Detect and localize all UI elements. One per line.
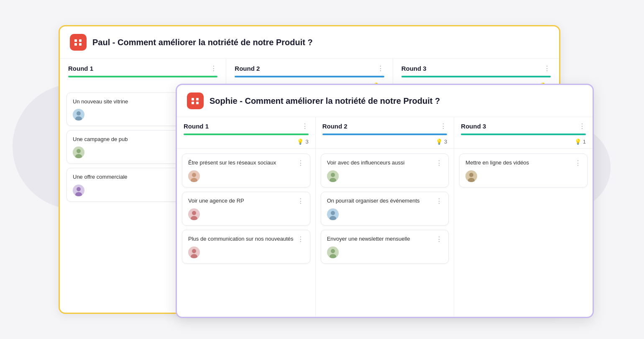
- sophie-round3-header-col: Round 3 💡 1: [454, 117, 593, 148]
- sophie-idea-r3-1-menu[interactable]: [575, 159, 581, 167]
- svg-point-22: [331, 211, 335, 215]
- sophie-idea-r1-1-avatar: [188, 170, 200, 182]
- sophie-idea-r1-3-avatar: [188, 247, 200, 258]
- svg-point-19: [331, 173, 335, 177]
- sophie-round1-stats: 💡 3: [184, 139, 309, 148]
- sophie-idea-r2-1-header: Voir avec des influenceurs aussi: [327, 159, 443, 167]
- paul-round2-menu[interactable]: [377, 64, 384, 72]
- sophie-idea-r2-1: Voir avec des influenceurs aussi: [321, 154, 449, 187]
- sophie-card-title: Sophie - Comment améliorer la notriété d…: [210, 96, 440, 106]
- sophie-idea-r1-2: Voir une agence de RP: [182, 192, 310, 226]
- sophie-round3-bulb: 💡: [575, 139, 581, 145]
- sophie-ideas-section: Être présent sur les réseaux sociaux: [177, 149, 593, 317]
- sophie-card-header: Sophie - Comment améliorer la notriété d…: [177, 85, 593, 117]
- sophie-idea-r2-2-header: On pourrait organiser des événements: [327, 197, 443, 205]
- svg-point-25: [331, 249, 335, 253]
- paul-idea-2-avatar: [73, 146, 84, 158]
- avatar-svg-r3-1: [465, 170, 477, 182]
- sophie-round3-progress: [461, 134, 586, 135]
- paul-round1-menu[interactable]: [210, 64, 217, 72]
- sophie-idea-r2-2-menu[interactable]: [436, 197, 442, 205]
- paul-card-header: Paul - Comment améliorer la notriété de …: [60, 26, 559, 59]
- sophie-app-icon: [187, 92, 204, 109]
- sophie-idea-r1-1-menu[interactable]: [297, 159, 304, 167]
- sophie-round3-header: Round 3: [461, 122, 586, 130]
- sophie-idea-r1-2-text: Voir une agence de RP: [188, 197, 294, 205]
- sophie-rounds-section: Round 1 💡 3 Round 2: [177, 117, 593, 149]
- sophie-round3-count: 1: [583, 139, 586, 145]
- sophie-card-inner: Sophie - Comment améliorer la notriété d…: [177, 85, 593, 317]
- dot4: [79, 43, 82, 46]
- paul-round3-header: Round 3: [393, 59, 559, 76]
- sophie-idea-r3-1-header: Mettre en ligne des vidéos: [465, 159, 581, 167]
- sophie-round3-ideas: Mettre en ligne des vidéos: [454, 149, 593, 317]
- paul-app-icon: [70, 34, 87, 51]
- sophie-idea-r2-1-menu[interactable]: [436, 159, 442, 167]
- sophie-app-icon-dots: [192, 98, 199, 104]
- sophie-round2-header-col: Round 2 💡 3: [316, 117, 455, 148]
- sophie-round3-label: Round 3: [461, 123, 486, 130]
- paul-round2-progress-row: [226, 76, 392, 77]
- page-background: Paul - Comment améliorer la notriété de …: [0, 0, 644, 339]
- sophie-round1-progress: [184, 134, 309, 135]
- sophie-round2-menu[interactable]: [440, 122, 447, 130]
- sophie-idea-r2-3-text: Envoyer une newsletter mensuelle: [327, 235, 433, 243]
- sophie-idea-r2-1-avatar: [327, 170, 339, 182]
- dot3: [74, 43, 77, 46]
- svg-point-13: [192, 211, 196, 215]
- sophie-idea-r2-1-text: Voir avec des influenceurs aussi: [327, 159, 433, 167]
- sophie-round1-label: Round 1: [184, 123, 209, 130]
- sophie-round2-label: Round 2: [322, 123, 348, 130]
- paul-round3-menu[interactable]: [544, 64, 551, 72]
- sophie-idea-r2-3-avatar: [327, 247, 339, 258]
- sophie-round1-header-col: Round 1 💡 3: [177, 117, 316, 148]
- paul-round1-progress: [68, 76, 217, 77]
- sophie-round1-bulb: 💡: [297, 139, 304, 145]
- sophie-idea-r2-3: Envoyer une newsletter mensuelle: [321, 230, 449, 264]
- paul-round3-progress-row: [393, 76, 559, 77]
- paul-round3-label: Round 3: [401, 65, 427, 72]
- sophie-idea-r2-2-text: On pourrait organiser des événements: [327, 197, 433, 205]
- avatar-svg-r1-2: [188, 208, 200, 220]
- sophie-idea-r1-1-header: Être présent sur les réseaux sociaux: [188, 159, 304, 167]
- sdot4: [196, 102, 199, 104]
- sophie-idea-r1-2-menu[interactable]: [297, 197, 304, 205]
- paul-round3-progress: [401, 76, 551, 77]
- avatar-svg-r1-1: [188, 170, 200, 182]
- sophie-round3-stats: 💡 1: [461, 139, 586, 148]
- sophie-idea-r1-2-avatar: [188, 208, 200, 220]
- sophie-round2-bulb: 💡: [436, 139, 442, 145]
- sophie-round2-progress: [322, 134, 447, 135]
- sophie-idea-r3-1: Mettre en ligne des vidéos: [459, 154, 588, 187]
- dot2: [79, 39, 82, 42]
- sophie-idea-r1-3-header: Plus de communication sur nos nouveautés: [188, 235, 304, 243]
- paul-round1-label: Round 1: [68, 65, 93, 72]
- sophie-round3-menu[interactable]: [579, 122, 586, 130]
- svg-point-28: [469, 173, 473, 177]
- avatar-svg-r1-3: [188, 247, 200, 258]
- sophie-idea-r2-3-menu[interactable]: [436, 235, 442, 243]
- avatar-svg: [73, 185, 84, 196]
- sophie-round2-ideas: Voir avec des influenceurs aussi: [316, 149, 455, 317]
- avatar-svg: [73, 146, 84, 158]
- dot1: [74, 39, 77, 42]
- sophie-round1-menu[interactable]: [302, 122, 309, 130]
- sophie-idea-r1-3-menu[interactable]: [297, 235, 304, 243]
- sophie-round2-count: 3: [444, 139, 447, 145]
- paul-round1-progress-row: [60, 76, 226, 77]
- paul-round1-header: Round 1: [60, 59, 226, 76]
- sophie-idea-r2-2-avatar: [327, 208, 339, 220]
- sophie-idea-r3-1-avatar: [465, 170, 477, 182]
- svg-point-1: [77, 111, 81, 116]
- paul-idea-3-avatar: [73, 185, 84, 196]
- sophie-idea-r1-3-text: Plus de communication sur nos nouveautés: [188, 235, 294, 243]
- sophie-idea-r3-1-text: Mettre en ligne des vidéos: [465, 159, 571, 167]
- sophie-card: Sophie - Comment améliorer la notriété d…: [176, 84, 594, 318]
- paul-round2-label: Round 2: [235, 65, 260, 72]
- sophie-round2-stats: 💡 3: [322, 139, 447, 148]
- sophie-idea-r1-3: Plus de communication sur nos nouveautés: [182, 230, 310, 264]
- sophie-round1-header: Round 1: [184, 122, 309, 130]
- sophie-round1-count: 3: [305, 139, 308, 145]
- svg-point-7: [77, 187, 81, 191]
- avatar-svg: [73, 109, 84, 121]
